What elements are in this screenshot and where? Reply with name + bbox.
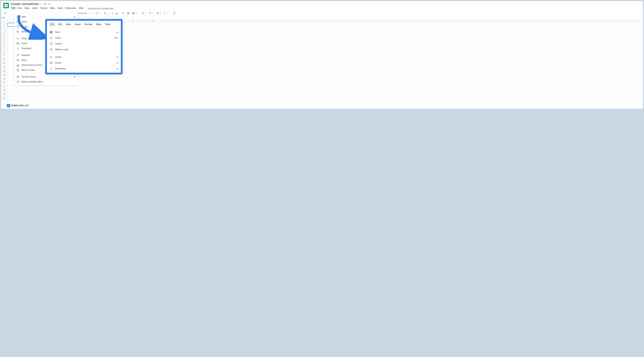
cell[interactable] xyxy=(8,88,27,92)
row-header[interactable]: 6 xyxy=(1,42,8,46)
cell[interactable] xyxy=(27,96,46,100)
cell[interactable] xyxy=(85,77,104,81)
row-header[interactable]: 2 xyxy=(1,26,8,30)
italic-button[interactable]: I xyxy=(108,12,110,15)
cell[interactable] xyxy=(124,34,143,38)
star-icon[interactable]: ☆ xyxy=(40,3,42,6)
cell[interactable] xyxy=(124,30,143,34)
row-header[interactable]: 3 xyxy=(1,30,8,34)
cell[interactable] xyxy=(104,77,124,81)
cell[interactable] xyxy=(124,81,143,84)
cell[interactable] xyxy=(27,88,46,92)
menu-insert[interactable]: Insert xyxy=(31,6,39,10)
cell[interactable] xyxy=(143,46,162,50)
cell[interactable] xyxy=(162,50,182,54)
cell[interactable] xyxy=(162,66,182,69)
undo-button[interactable] xyxy=(3,12,8,15)
row-header[interactable]: 15 xyxy=(1,77,8,81)
row-header[interactable]: 11 xyxy=(1,62,8,65)
cell[interactable] xyxy=(162,96,182,100)
cell[interactable] xyxy=(66,96,85,100)
overlay-item-download[interactable]: Download▶ xyxy=(47,66,121,72)
cell[interactable] xyxy=(27,92,46,96)
cell[interactable] xyxy=(124,42,143,46)
cell[interactable] xyxy=(162,88,182,92)
file-menu-version-history[interactable]: Version history▶ xyxy=(14,74,78,79)
cell[interactable] xyxy=(162,58,182,62)
bold-button[interactable]: B xyxy=(103,12,107,15)
cell[interactable] xyxy=(162,54,182,58)
row-header[interactable]: 19 xyxy=(1,92,8,96)
document-title[interactable]: Sample Spreadsheet xyxy=(10,2,39,6)
move-icon[interactable] xyxy=(44,3,46,6)
row-header[interactable]: 7 xyxy=(1,46,8,50)
overlay-item-share[interactable]: Share▶ xyxy=(47,54,121,60)
cell[interactable] xyxy=(124,88,143,92)
cell[interactable] xyxy=(124,27,143,30)
cell[interactable] xyxy=(143,34,162,38)
cell[interactable] xyxy=(143,81,162,84)
link-button[interactable] xyxy=(172,12,176,15)
cell[interactable] xyxy=(143,73,162,77)
name-box[interactable]: A1 xyxy=(1,16,10,19)
cell[interactable] xyxy=(162,30,182,34)
text-color-button[interactable]: A xyxy=(115,11,118,15)
row-header[interactable]: 8 xyxy=(1,50,8,54)
cell[interactable] xyxy=(124,66,143,69)
cell[interactable] xyxy=(124,77,143,81)
overlay-item-import[interactable]: Import xyxy=(47,41,121,47)
cell[interactable] xyxy=(162,69,182,73)
cell[interactable] xyxy=(143,77,162,81)
valign-button[interactable]: ▼ xyxy=(148,12,155,15)
cell[interactable] xyxy=(104,96,124,100)
cell[interactable] xyxy=(162,42,182,46)
cell[interactable] xyxy=(162,77,182,81)
overlay-menu-data[interactable]: Data xyxy=(94,22,102,26)
menu-format[interactable]: Format xyxy=(39,6,48,10)
menu-extensions[interactable]: Extensions xyxy=(64,6,77,10)
cell[interactable] xyxy=(162,92,182,96)
cell[interactable] xyxy=(46,92,66,96)
rotate-button[interactable]: ▼ xyxy=(163,12,170,15)
menu-file[interactable]: File xyxy=(10,6,16,10)
cell[interactable] xyxy=(124,96,143,100)
cell[interactable] xyxy=(162,38,182,42)
row-header[interactable]: 10 xyxy=(1,58,8,62)
file-menu-new[interactable]: New▶ xyxy=(14,14,78,19)
cell[interactable] xyxy=(143,23,162,26)
row-header[interactable]: 17 xyxy=(1,84,8,88)
cell[interactable] xyxy=(162,46,182,50)
menu-view[interactable]: View xyxy=(23,6,30,10)
row-header[interactable]: 1 xyxy=(1,23,8,26)
overlay-menu-edit[interactable]: Edit xyxy=(56,22,64,26)
menu-tools[interactable]: Tools xyxy=(56,6,64,10)
row-header[interactable]: 5 xyxy=(1,38,8,42)
cell[interactable] xyxy=(46,96,66,100)
cell[interactable] xyxy=(124,62,143,65)
strike-button[interactable]: S xyxy=(111,12,114,15)
cell[interactable] xyxy=(124,85,143,88)
overlay-menu-tools[interactable]: Tools xyxy=(103,22,112,26)
overlay-menu-format[interactable]: Format xyxy=(83,22,94,26)
cell[interactable] xyxy=(162,62,182,65)
cell[interactable] xyxy=(162,27,182,30)
cell[interactable] xyxy=(162,23,182,26)
borders-button[interactable] xyxy=(126,12,131,15)
cell[interactable] xyxy=(124,92,143,96)
cell[interactable] xyxy=(124,58,143,62)
cell[interactable] xyxy=(85,92,104,96)
cell[interactable] xyxy=(85,88,104,92)
row-header[interactable]: 12 xyxy=(1,65,8,69)
cell[interactable] xyxy=(143,58,162,62)
row-header[interactable]: 9 xyxy=(1,54,8,58)
menu-help[interactable]: Help xyxy=(78,6,84,10)
overlay-item-new[interactable]: New▶ xyxy=(47,29,121,35)
cell[interactable] xyxy=(124,73,143,77)
overlay-item-make-a-copy[interactable]: Make a copy xyxy=(47,47,121,52)
last-edit-link[interactable]: Last edit was 4 minutes ago xyxy=(88,7,114,10)
cell[interactable] xyxy=(143,85,162,88)
cell[interactable] xyxy=(143,96,162,100)
halign-button[interactable]: ▼ xyxy=(140,12,147,15)
column-header[interactable]: G xyxy=(124,20,143,23)
row-header[interactable]: 13 xyxy=(1,69,8,73)
